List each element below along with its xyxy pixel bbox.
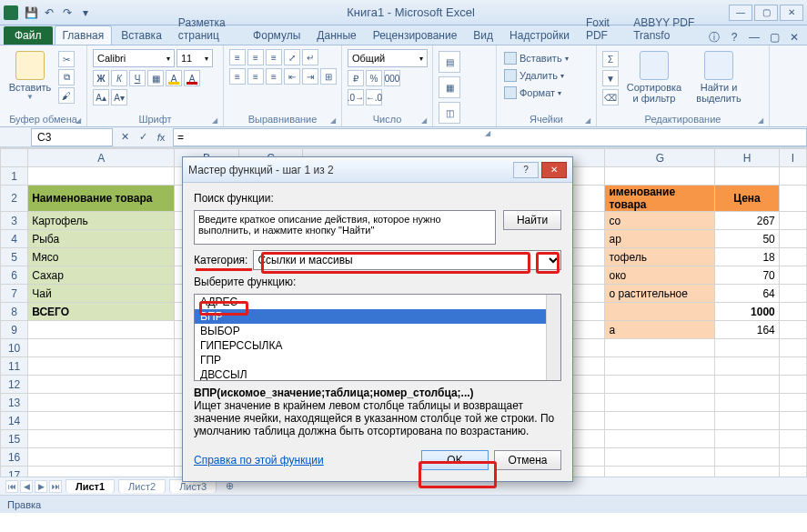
font-color-button[interactable]: A: [184, 70, 200, 86]
copy-icon[interactable]: ⧉: [58, 69, 75, 85]
cell[interactable]: 50: [715, 230, 779, 248]
cell[interactable]: Чай: [28, 285, 175, 303]
tab-home[interactable]: Главная: [55, 25, 113, 45]
tab-abbyy[interactable]: ABBYY PDF Transfo: [626, 14, 705, 45]
cell[interactable]: [715, 412, 779, 430]
sort-filter-button[interactable]: Сортировка и фильтр: [622, 47, 686, 104]
cell[interactable]: [605, 357, 715, 376]
function-list-item[interactable]: ВПР: [195, 309, 560, 324]
autosum-icon[interactable]: Σ: [602, 51, 619, 67]
fill-color-button[interactable]: A: [166, 70, 182, 86]
tab-formulas[interactable]: Формулы: [246, 26, 308, 45]
cell[interactable]: [779, 376, 806, 394]
cell[interactable]: со: [605, 212, 715, 230]
cell[interactable]: [605, 339, 715, 357]
row-header[interactable]: 10: [1, 339, 28, 357]
underline-button[interactable]: Ч: [129, 70, 146, 86]
cell[interactable]: [779, 303, 806, 321]
cell[interactable]: [715, 167, 779, 186]
align-bot-icon[interactable]: ≡: [266, 49, 282, 65]
cancel-formula-icon[interactable]: ✕: [116, 129, 133, 146]
cell[interactable]: [779, 186, 806, 212]
tab-review[interactable]: Рецензирование: [366, 26, 465, 45]
row-header[interactable]: 13: [1, 394, 28, 412]
cell[interactable]: [605, 303, 715, 321]
merge-icon[interactable]: ⊞: [320, 68, 337, 85]
row-header[interactable]: 17: [1, 467, 28, 477]
format-table-icon[interactable]: ▦: [439, 76, 460, 98]
save-icon[interactable]: 💾: [24, 5, 38, 20]
indent-inc-icon[interactable]: ⇥: [302, 68, 318, 85]
tab-data[interactable]: Данные: [309, 26, 363, 45]
row-header[interactable]: 2: [1, 186, 28, 212]
cell[interactable]: [28, 357, 175, 376]
dialog-close-button[interactable]: ✕: [541, 162, 567, 178]
name-box[interactable]: C3: [31, 128, 113, 146]
cell[interactable]: 64: [715, 285, 779, 303]
cell[interactable]: Картофель: [28, 212, 175, 230]
paste-button[interactable]: Вставить ▼: [5, 47, 55, 101]
number-format-combo[interactable]: Общий▾: [348, 49, 428, 67]
cell[interactable]: [779, 412, 806, 430]
cell[interactable]: [605, 448, 715, 467]
align-mid-icon[interactable]: ≡: [247, 49, 264, 65]
cell[interactable]: [715, 448, 779, 467]
row-header[interactable]: 15: [1, 430, 28, 448]
cell[interactable]: [28, 430, 175, 448]
cancel-button[interactable]: Отмена: [494, 450, 561, 470]
find-select-button[interactable]: Найти и выделить: [690, 47, 748, 104]
cell[interactable]: [779, 248, 806, 266]
cell-styles-icon[interactable]: ◫: [439, 102, 460, 124]
cell[interactable]: [605, 376, 715, 394]
cell[interactable]: 164: [715, 321, 779, 339]
cell[interactable]: [715, 357, 779, 376]
cell[interactable]: [605, 467, 715, 477]
function-listbox[interactable]: АДРЕСВПРВЫБОРГИПЕРССЫЛКАГПРДВССЫЛДРВ: [194, 294, 561, 381]
cell[interactable]: [779, 212, 806, 230]
fx-icon[interactable]: fx: [153, 129, 169, 146]
cell[interactable]: 1000: [715, 303, 779, 321]
align-left-icon[interactable]: ≡: [229, 68, 246, 85]
cell[interactable]: [28, 167, 175, 186]
help-icon[interactable]: ?: [727, 30, 741, 45]
cell[interactable]: [779, 285, 806, 303]
decrease-font-icon[interactable]: A▾: [111, 89, 127, 105]
cell[interactable]: [779, 448, 806, 467]
cell[interactable]: именование товара: [605, 186, 715, 212]
cell[interactable]: [779, 467, 806, 477]
function-search-input[interactable]: Введите краткое описание действия, котор…: [194, 210, 496, 245]
row-header[interactable]: 1: [1, 167, 28, 186]
cells-insert-button[interactable]: Вставить▾: [502, 51, 570, 65]
sheet-nav-next-icon[interactable]: ▶: [35, 480, 47, 493]
cell[interactable]: [779, 394, 806, 412]
sheet-tab[interactable]: Лист2: [118, 479, 166, 493]
cell[interactable]: [715, 467, 779, 477]
category-select[interactable]: Ссылки и массивы: [253, 250, 561, 270]
cell[interactable]: [715, 394, 779, 412]
tab-addins[interactable]: Надстройки: [502, 26, 577, 45]
tab-layout[interactable]: Разметка страниц: [171, 14, 244, 45]
align-right-icon[interactable]: ≡: [266, 68, 282, 85]
cell[interactable]: [715, 376, 779, 394]
orientation-icon[interactable]: ⤢: [284, 49, 300, 65]
cell[interactable]: ВСЕГО: [28, 303, 175, 321]
cell[interactable]: Наименование товара: [28, 186, 175, 212]
cell[interactable]: ар: [605, 230, 715, 248]
cell[interactable]: 18: [715, 248, 779, 266]
ok-button[interactable]: OK: [421, 450, 489, 470]
redo-icon[interactable]: ↷: [60, 5, 75, 20]
cell[interactable]: [28, 412, 175, 430]
sheet-nav-prev-icon[interactable]: ◀: [20, 480, 33, 493]
function-list-item[interactable]: ГПР: [195, 353, 560, 367]
cell[interactable]: [28, 376, 175, 394]
cell[interactable]: [779, 266, 806, 285]
align-top-icon[interactable]: ≡: [229, 49, 246, 65]
enter-formula-icon[interactable]: ✓: [135, 129, 151, 146]
cell[interactable]: Цена: [715, 186, 779, 212]
row-header[interactable]: 9: [1, 321, 28, 339]
row-header[interactable]: 3: [1, 212, 28, 230]
inc-decimal-icon[interactable]: .0→: [348, 89, 364, 105]
cell[interactable]: [605, 167, 715, 186]
doc-min-icon[interactable]: —: [747, 30, 762, 45]
col-header[interactable]: H: [715, 149, 779, 167]
